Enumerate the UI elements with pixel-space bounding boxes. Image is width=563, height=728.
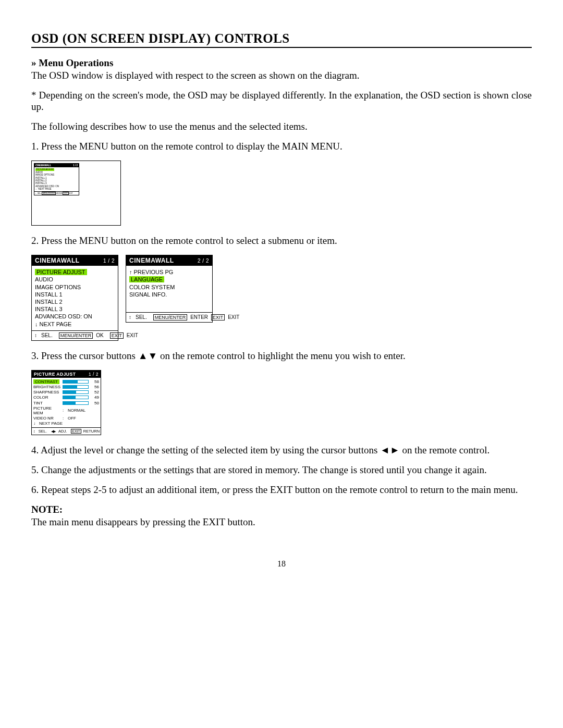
menu-enter-box: MENU/ENTER [42, 192, 56, 195]
updown-icon [34, 332, 38, 338]
exit-box: EXIT [71, 429, 81, 434]
step-2: 2. Press the MENU button on the remote c… [31, 235, 532, 246]
osd-item[interactable]: ADVANCED OSD: ON [35, 313, 115, 319]
step-1: 1. Press the MENU button on the remote c… [31, 141, 532, 152]
figure-step1: CINEMAWALL 1 / 2 PICTURE ADJUST AUDIO IM… [31, 161, 121, 226]
updown-icon [33, 429, 36, 434]
osd-page-indicator: 1 / 2 [73, 164, 78, 167]
osd-footer: SEL. MENU/ENTERENTER EXITEXIT [34, 191, 79, 195]
osd-item[interactable]: AUDIO [35, 276, 115, 282]
section-subhead: » Menu Operations [31, 57, 532, 69]
osd-item[interactable]: IMAGE OPTIONS [35, 284, 115, 290]
slider-bar[interactable] [63, 390, 89, 394]
arrow-up-icon [129, 269, 134, 275]
step-3: 3. Press the cursor buttons ▲▼ on the re… [31, 350, 532, 362]
leftright-icon [51, 429, 56, 434]
slider-value: 50 [91, 401, 99, 405]
osd-item[interactable]: INSTALL 2 [35, 299, 115, 305]
step-5: 5. Change the adjustments or the setting… [31, 464, 532, 476]
note-body: The main menu disappears by pressing the… [31, 516, 532, 528]
osd-picture-adjust-panel: PICTURE ADJUST 1 / 2 CONTRAST 58 BRIGHTN… [31, 370, 101, 436]
osd-brand: CINEMAWALL [35, 164, 51, 167]
slider-bar[interactable] [63, 385, 89, 389]
osd-footer: SEL. MENU/ENTERENTER EXITEXIT [126, 312, 212, 322]
menu-enter-box: MENU/ENTER [153, 314, 188, 320]
osd-item[interactable]: SIGNAL INFO. [129, 291, 209, 298]
step-4: 4. Adjust the level or change the settin… [31, 445, 532, 456]
arrow-down-icon [33, 421, 37, 426]
mode-note-paragraph: * Depending on the screen's mode, the OS… [31, 90, 532, 113]
slider-value: 52 [91, 390, 99, 394]
intro-paragraph: The OSD window is displayed with respect… [31, 70, 532, 81]
osd-item-selected[interactable]: PICTURE ADJUST [35, 269, 87, 275]
following-paragraph: The following describes how to use the m… [31, 121, 532, 132]
osd-mini: CINEMAWALL 1 / 2 PICTURE ADJUST AUDIO IM… [34, 163, 79, 195]
osd-next-page[interactable]: NEXT PAGE [35, 188, 78, 190]
osd-item[interactable]: COLOR SYSTEM [129, 284, 209, 290]
osd-text-row[interactable]: PICTURE MEM : NORMAL [33, 406, 99, 415]
note-heading: NOTE: [31, 504, 532, 515]
arrow-down-icon [35, 321, 40, 327]
slider-bar[interactable] [63, 401, 89, 405]
osd-next-page[interactable]: NEXT PAGE [35, 321, 115, 327]
slider-value: 49 [91, 395, 99, 400]
osd-footer: SEL. ADJ. EXITRETURN [32, 427, 101, 435]
page-title: OSD (ON SCREEN DISPLAY) CONTROLS [31, 31, 532, 46]
osd-item[interactable]: INSTALL 3 [35, 306, 115, 312]
exit-box: EXIT [110, 332, 124, 339]
osd-brand: CINEMAWALL [35, 257, 80, 264]
osd-page-indicator: 1 / 2 [103, 258, 115, 264]
osd-panel-page2: CINEMAWALL 2 / 2 PREVIOUS PG LANGUAGE CO… [126, 255, 213, 323]
osd-panel-page1: CINEMAWALL 1 / 2 PICTURE ADJUST AUDIO IM… [31, 255, 118, 341]
osd-brand: CINEMAWALL [129, 257, 174, 264]
slider-bar[interactable] [63, 396, 89, 399]
exit-box: EXIT [211, 314, 225, 320]
updown-icon [129, 314, 132, 320]
osd-slider-selected: CONTRAST [33, 379, 59, 384]
osd-slider-row[interactable]: BRIGHTNESS 56 [33, 385, 99, 389]
title-rule [31, 47, 532, 48]
step-6: 6. Repeat steps 2-5 to adjust an additio… [31, 484, 532, 496]
osd-page-indicator: 2 / 2 [198, 258, 209, 264]
slider-bar[interactable] [63, 380, 89, 384]
osd-item[interactable]: INSTALL 1 [35, 291, 115, 298]
osd-page-indicator: 1 / 2 [89, 372, 99, 377]
osd-text-row[interactable]: VIDEO NR : OFF [33, 416, 99, 421]
osd-slider-row[interactable]: CONTRAST 58 [33, 379, 99, 384]
osd-item-selected[interactable]: LANGUAGE [129, 276, 164, 282]
slider-value: 58 [91, 379, 99, 384]
osd-slider-row[interactable]: TINT 50 [33, 401, 99, 405]
page-number: 18 [31, 559, 532, 569]
slider-value: 56 [91, 385, 99, 389]
menu-enter-box: MENU/ENTER [59, 332, 93, 339]
osd-prev-page[interactable]: PREVIOUS PG [129, 269, 209, 275]
figure-step2: CINEMAWALL 1 / 2 PICTURE ADJUST AUDIO IM… [31, 255, 532, 341]
osd-slider-row[interactable]: SHARPNESS 52 [33, 390, 99, 394]
osd-footer: SEL. MENU/ENTEROK EXITEXIT [32, 330, 118, 340]
osd-picture-title: PICTURE ADJUST [34, 372, 76, 377]
osd-slider-row[interactable]: COLOR 49 [33, 395, 99, 400]
osd-next-page[interactable]: NEXT PAGE [33, 421, 99, 426]
exit-box: EXIT [63, 192, 69, 195]
